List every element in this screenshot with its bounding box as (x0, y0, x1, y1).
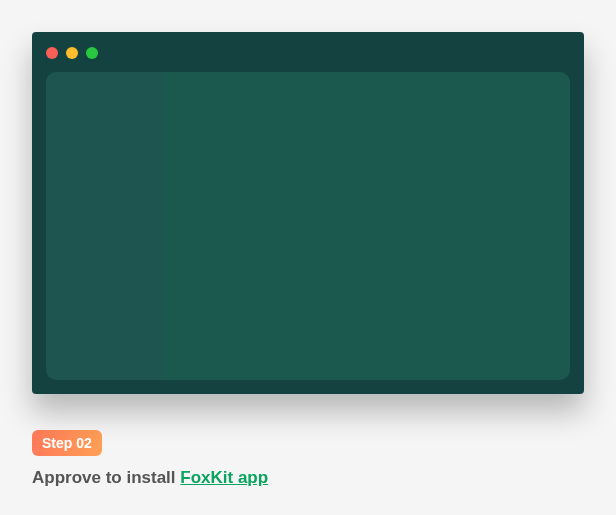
foxkit-app-link[interactable]: FoxKit app (180, 468, 268, 487)
sidebar-placeholder (46, 72, 164, 380)
app-window (32, 32, 584, 394)
window-content (46, 72, 570, 380)
main-panel-placeholder (164, 72, 570, 380)
step-badge: Step 02 (32, 430, 102, 456)
instruction-text: Approve to install FoxKit app (32, 468, 584, 488)
step-description: Step 02 Approve to install FoxKit app (32, 430, 584, 488)
maximize-dot-icon[interactable] (86, 47, 98, 59)
titlebar (32, 32, 584, 59)
close-dot-icon[interactable] (46, 47, 58, 59)
minimize-dot-icon[interactable] (66, 47, 78, 59)
instruction-prefix: Approve to install (32, 468, 180, 487)
